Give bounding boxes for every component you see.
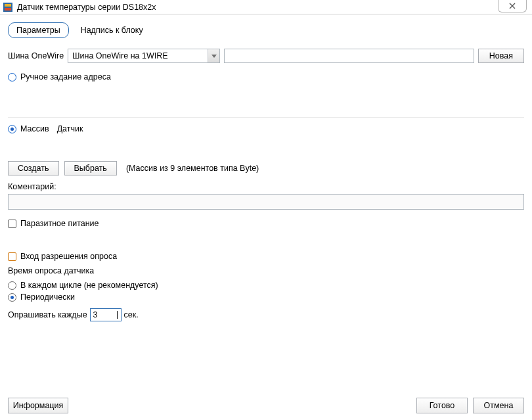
tab-caption[interactable]: Надпись к блоку bbox=[81, 26, 143, 35]
bus-label: Шина OneWire bbox=[8, 51, 64, 60]
app-icon bbox=[3, 2, 13, 12]
every-cycle-label: В каждом цикле (не рекомендуется) bbox=[20, 281, 158, 290]
parasite-power-label: Паразитное питание bbox=[20, 219, 99, 228]
array-label: Массив bbox=[20, 124, 49, 133]
close-button[interactable] bbox=[498, 0, 527, 12]
radio-every-cycle[interactable] bbox=[8, 281, 16, 290]
poll-interval-prefix: Опрашивать каждые bbox=[8, 310, 87, 319]
radio-manual-address[interactable] bbox=[8, 73, 16, 82]
info-button[interactable]: Информация bbox=[8, 398, 68, 413]
poll-interval-value: 3 bbox=[93, 310, 98, 319]
choose-button[interactable]: Выбрать bbox=[64, 161, 117, 175]
poll-interval-suffix: сек. bbox=[124, 310, 139, 319]
svg-rect-1 bbox=[5, 4, 11, 7]
bus-text-input[interactable] bbox=[224, 49, 474, 63]
cancel-button[interactable]: Отмена bbox=[473, 398, 524, 413]
titlebar: Датчик температуры серии DS18x2x bbox=[0, 0, 532, 14]
svg-rect-2 bbox=[5, 8, 11, 11]
done-button[interactable]: Готово bbox=[416, 398, 468, 413]
bus-select[interactable]: Шина OneWire на 1WIRE bbox=[68, 49, 220, 63]
manual-address-label: Ручное задание адреса bbox=[20, 72, 111, 82]
poll-interval-input[interactable]: 3 bbox=[90, 308, 122, 321]
tab-parameters[interactable]: Параметры bbox=[8, 22, 69, 38]
poll-enable-input-label: Вход разрешения опроса bbox=[20, 252, 117, 261]
comment-label: Коментарий: bbox=[8, 182, 524, 191]
checkbox-parasite-power[interactable] bbox=[8, 220, 16, 228]
periodic-label: Периодически bbox=[20, 292, 75, 302]
chevron-down-icon[interactable] bbox=[208, 49, 219, 62]
poll-time-heading: Время опроса датчика bbox=[8, 266, 524, 275]
create-button[interactable]: Создать bbox=[8, 161, 59, 175]
content-panel: Параметры Надпись к блоку Шина OneWire Ш… bbox=[0, 14, 532, 420]
array-hint: (Массив из 9 элементов типа Byte) bbox=[126, 164, 259, 173]
radio-array[interactable] bbox=[8, 125, 16, 133]
bus-select-value: Шина OneWire на 1WIRE bbox=[68, 51, 208, 60]
array-name: Датчик bbox=[57, 124, 83, 133]
comment-input[interactable] bbox=[8, 194, 524, 210]
radio-periodic[interactable] bbox=[8, 293, 16, 302]
bus-new-button[interactable]: Новая bbox=[478, 49, 524, 63]
window-title: Датчик температуры серии DS18x2x bbox=[17, 3, 156, 12]
checkbox-poll-enable-input[interactable] bbox=[8, 252, 16, 261]
